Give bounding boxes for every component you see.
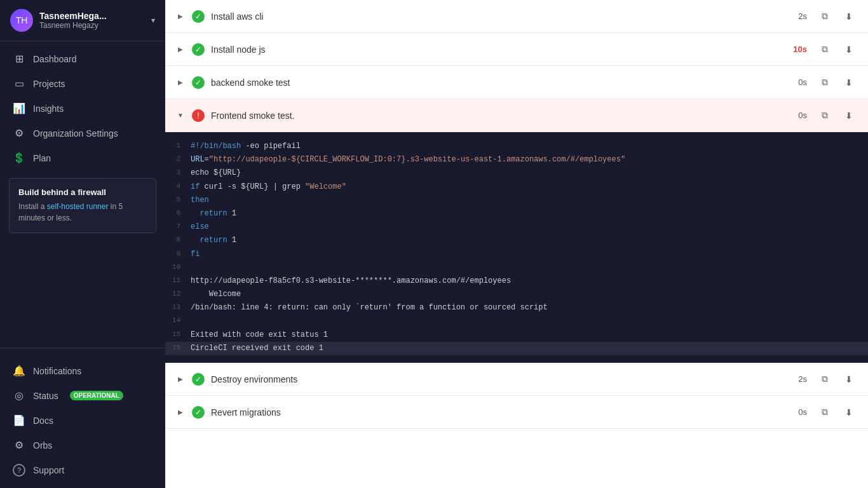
status-badge: OPERATIONAL bbox=[70, 391, 123, 400]
sidebar-item-label: Projects bbox=[33, 79, 65, 89]
sidebar-item-insights[interactable]: 📊 Insights bbox=[0, 96, 165, 121]
user-info: TasneemHega... Tasneem Hegazy bbox=[39, 11, 151, 30]
code-line: 9 fi bbox=[165, 248, 868, 261]
org-settings-icon: ⚙ bbox=[13, 127, 25, 139]
job-name: Revert migrations bbox=[211, 407, 792, 417]
external-link-button[interactable]: ⧉ bbox=[816, 8, 834, 25]
promo-link[interactable]: self-hosted runner bbox=[47, 202, 109, 211]
job-row: ▶ ✓ Install node js 10s ⧉ ⬇ bbox=[165, 33, 868, 66]
code-block: 1 #!/bin/bash -eo pipefail 2 URL="http:/… bbox=[165, 132, 868, 363]
sidebar: TH TasneemHega... Tasneem Hegazy ▾ ⊞ Das… bbox=[0, 0, 165, 488]
sidebar-item-label: Plan bbox=[33, 153, 51, 163]
code-line: 10 bbox=[165, 261, 868, 274]
job-name: Install node js bbox=[211, 44, 787, 55]
sidebar-item-docs[interactable]: 📄 Docs bbox=[0, 408, 165, 433]
sidebar-item-status[interactable]: ◎ Status OPERATIONAL bbox=[0, 383, 165, 408]
sidebar-item-plan[interactable]: 💲 Plan bbox=[0, 146, 165, 170]
download-button[interactable]: ⬇ bbox=[840, 370, 858, 388]
sidebar-item-label: Organization Settings bbox=[33, 128, 118, 139]
job-time: 2s bbox=[798, 11, 807, 21]
external-link-button[interactable]: ⧉ bbox=[816, 107, 834, 125]
dashboard-icon: ⊞ bbox=[13, 53, 25, 65]
main-content: ▶ ✓ Install aws cli 2s ⧉ ⬇ ▶ ✓ Install n… bbox=[165, 0, 868, 488]
user-profile[interactable]: TH TasneemHega... Tasneem Hegazy ▾ bbox=[0, 0, 165, 41]
success-icon: ✓ bbox=[192, 406, 205, 419]
expand-button[interactable]: ▶ bbox=[175, 78, 186, 88]
download-button[interactable]: ⬇ bbox=[840, 74, 858, 92]
insights-icon: 📊 bbox=[13, 102, 25, 114]
expand-button[interactable]: ▶ bbox=[175, 11, 186, 22]
sidebar-item-label: Insights bbox=[33, 104, 64, 114]
error-icon: ! bbox=[192, 109, 205, 122]
promo-text: Install a self-hosted runner in 5 minute… bbox=[18, 201, 147, 224]
expand-button[interactable]: ▼ bbox=[175, 111, 186, 121]
code-line: 14 bbox=[165, 315, 868, 328]
projects-icon: ▭ bbox=[13, 78, 25, 90]
sidebar-item-label: Notifications bbox=[33, 366, 81, 376]
job-name: Install aws cli bbox=[211, 11, 792, 22]
code-line: 15 Exited with code exit status 1 bbox=[165, 329, 868, 342]
external-link-button[interactable]: ⧉ bbox=[816, 403, 834, 421]
promo-box: Build behind a firewall Install a self-h… bbox=[9, 178, 156, 233]
code-line: 6 return 1 bbox=[165, 207, 868, 220]
avatar: TH bbox=[10, 9, 33, 32]
code-line: 1 #!/bin/bash -eo pipefail bbox=[165, 140, 868, 153]
plan-icon: 💲 bbox=[13, 152, 25, 164]
external-link-button[interactable]: ⧉ bbox=[816, 41, 834, 58]
job-time: 10s bbox=[793, 44, 807, 54]
job-name: Destroy environments bbox=[211, 374, 792, 384]
external-link-button[interactable]: ⧉ bbox=[816, 74, 834, 92]
success-icon: ✓ bbox=[192, 76, 205, 89]
user-handle: Tasneem Hegazy bbox=[39, 21, 151, 30]
success-icon: ✓ bbox=[192, 43, 205, 56]
username: TasneemHega... bbox=[39, 11, 151, 21]
promo-title: Build behind a firewall bbox=[18, 187, 147, 197]
code-output: 1 #!/bin/bash -eo pipefail 2 URL="http:/… bbox=[165, 132, 868, 363]
job-name: Frontend smoke test. bbox=[211, 111, 792, 121]
sidebar-item-label: Orbs bbox=[33, 440, 52, 451]
sidebar-divider bbox=[0, 348, 165, 348]
sidebar-item-label: Status bbox=[33, 391, 58, 401]
download-button[interactable]: ⬇ bbox=[840, 107, 858, 125]
job-time: 0s bbox=[798, 78, 807, 87]
sidebar-item-dashboard[interactable]: ⊞ Dashboard bbox=[0, 46, 165, 71]
code-line: 11 http://udapeople-f8a5cf0.s3-website-*… bbox=[165, 274, 868, 288]
bell-icon: 🔔 bbox=[13, 365, 25, 377]
sidebar-item-projects[interactable]: ▭ Projects bbox=[0, 71, 165, 96]
job-row: ▶ ✓ Install aws cli 2s ⧉ ⬇ bbox=[165, 0, 868, 33]
external-link-button[interactable]: ⧉ bbox=[816, 370, 834, 388]
expand-button[interactable]: ▶ bbox=[175, 374, 186, 384]
status-icon: ◎ bbox=[13, 390, 25, 402]
sidebar-item-orbs[interactable]: ⚙ Orbs bbox=[0, 433, 165, 458]
sidebar-item-label: Docs bbox=[33, 416, 53, 426]
expand-button[interactable]: ▶ bbox=[175, 407, 186, 417]
sidebar-item-notifications[interactable]: 🔔 Notifications bbox=[0, 358, 165, 383]
orbs-icon: ⚙ bbox=[13, 439, 25, 451]
download-button[interactable]: ⬇ bbox=[840, 8, 858, 25]
support-icon: ? bbox=[13, 464, 25, 477]
job-row-error: ▼ ! Frontend smoke test. 0s ⧉ ⬇ bbox=[165, 99, 868, 132]
job-time: 0s bbox=[798, 111, 807, 120]
download-button[interactable]: ⬇ bbox=[840, 41, 858, 58]
code-line: 7 else bbox=[165, 220, 868, 234]
code-line: 12 Welcome bbox=[165, 288, 868, 301]
chevron-down-icon: ▾ bbox=[151, 16, 155, 25]
main-nav: ⊞ Dashboard ▭ Projects 📊 Insights ⚙ Orga… bbox=[0, 41, 165, 342]
expand-button[interactable]: ▶ bbox=[175, 44, 186, 55]
code-line: 8 return 1 bbox=[165, 234, 868, 247]
code-line: 3 echo ${URL} bbox=[165, 166, 868, 180]
sidebar-item-organization-settings[interactable]: ⚙ Organization Settings bbox=[0, 121, 165, 146]
job-name: backend smoke test bbox=[211, 78, 792, 88]
code-line: 13 /bin/bash: line 4: return: can only `… bbox=[165, 301, 868, 315]
download-button[interactable]: ⬇ bbox=[840, 403, 858, 421]
sidebar-item-label: Support bbox=[33, 465, 64, 475]
code-line-highlighted: 16 CircleCI received exit code 1 bbox=[165, 342, 868, 355]
job-row: ▶ ✓ Destroy environments 2s ⧉ ⬇ bbox=[165, 363, 868, 396]
job-row: ▶ ✓ backend smoke test 0s ⧉ ⬇ bbox=[165, 66, 868, 99]
sidebar-item-label: Dashboard bbox=[33, 54, 77, 64]
sidebar-item-support[interactable]: ? Support bbox=[0, 458, 165, 483]
bottom-nav: 🔔 Notifications ◎ Status OPERATIONAL 📄 D… bbox=[0, 353, 165, 488]
code-line: 4 if curl -s ${URL} | grep "Welcome" bbox=[165, 180, 868, 194]
job-time: 0s bbox=[798, 407, 807, 417]
success-icon: ✓ bbox=[192, 10, 205, 23]
